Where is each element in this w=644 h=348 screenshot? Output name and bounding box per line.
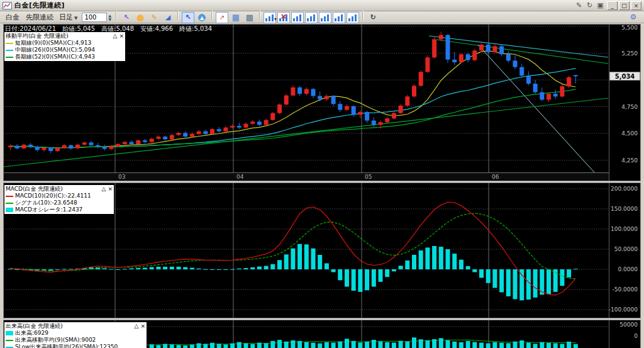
legend-row: MACD(10)(20)(C):-22.4111	[6, 193, 113, 199]
legend-swatch	[6, 57, 13, 58]
legend-row: 長期線(52)(0)(SMA)(C):4,943	[6, 53, 124, 60]
volume-tick-label: 50000	[619, 322, 638, 328]
duplicate-window-icon[interactable]: ▣	[596, 1, 605, 9]
legend-label: MACDオシレータ:1.2437	[15, 206, 82, 213]
timeframe-dropdown[interactable]: 日足▼	[59, 13, 77, 21]
draw-pencil-icon[interactable]	[148, 12, 160, 23]
legend-swatch	[6, 50, 13, 51]
screen: { "window": { "title": "白金[先限連続]", "cont…	[0, 0, 644, 348]
sma-line-26	[11, 69, 576, 148]
legend-row: 出来高移動平均(9)(SMA):9002	[6, 337, 145, 344]
trend-line[interactable]	[4, 98, 608, 167]
legend-close-icon[interactable]: ×	[140, 323, 145, 329]
window-title: 白金[先限連続]	[14, 1, 65, 10]
trend-line[interactable]	[429, 36, 608, 57]
symbol-label: 白金	[6, 13, 19, 21]
toolbar-separator	[259, 11, 260, 20]
sma-line-52	[11, 89, 576, 148]
legend-label: SLow出来高移動平均(26)(SMA):12350	[15, 344, 118, 348]
legend-close-icon[interactable]: ×	[108, 186, 113, 192]
cursor-icon[interactable]	[120, 12, 133, 23]
trend-line[interactable]	[478, 45, 595, 172]
price-panel: 日付:2024/06/21始値:5,045高値:5,048安値:4,966終値:…	[3, 24, 641, 181]
legend-label: 出来高移動平均(9)(SMA):9002	[15, 337, 96, 344]
legend-label: シグナル(10):-23.6548	[15, 199, 77, 206]
spinner-arrows[interactable]: ▲▼	[108, 14, 111, 21]
minimize-button[interactable]: _	[607, 1, 618, 10]
legend-title: 移動平均(白金 先限連続)	[6, 33, 69, 40]
bar-count-spinner: ▲▼	[82, 13, 111, 22]
time-axis[interactable]: 03040506	[4, 172, 609, 181]
legend-swatch	[6, 203, 13, 204]
volume-plot-area[interactable]: 出来高(白金 先限連続)△×出来高:6929出来高移動平均(9)(SMA):90…	[4, 320, 609, 348]
macd-plot-area[interactable]: MACD(白金 先限連続)△×MACD(10)(20)(C):-22.4111シ…	[4, 183, 609, 318]
layout-1-icon[interactable]	[291, 12, 304, 23]
macd-legend: MACD(白金 先限連続)△×MACD(10)(20)(C):-22.4111シ…	[4, 184, 114, 215]
macd-tick-label: 150.0000	[611, 206, 638, 212]
info-low: 安値:4,966	[140, 25, 173, 32]
price-plot-area[interactable]: 日付:2024/06/21始値:5,045高値:5,048安値:4,966終値:…	[4, 25, 609, 172]
layout-3-icon[interactable]	[319, 12, 331, 23]
month-label: 03	[118, 174, 125, 180]
legend-swatch	[6, 208, 13, 212]
legend-label: MACD(10)(20)(C):-22.4111	[15, 193, 91, 199]
layout-5-icon[interactable]	[347, 12, 359, 23]
toolbar-separator	[177, 11, 179, 20]
select-mode-icon[interactable]	[182, 12, 194, 23]
layout-2-icon[interactable]	[305, 12, 318, 23]
annotate-icon[interactable]: ✎	[574, 1, 584, 9]
ma-legend: 移動平均(白金 先限連続)△×短期線(9)(0)(SMA)(C):4,913中期…	[4, 31, 126, 62]
info-close: 終値:5,034	[179, 25, 212, 32]
maximize-button[interactable]: □	[619, 1, 630, 10]
toolbar: 白金先限連続日足▼▲▼	[0, 11, 644, 23]
legend-collapse-icon[interactable]: △	[113, 33, 118, 39]
toolbar-separator	[362, 11, 364, 20]
chart-type-menu-icon[interactable]	[264, 12, 276, 23]
grid-icon[interactable]	[230, 12, 242, 23]
pan-hand-icon[interactable]	[134, 12, 147, 23]
toolbar-right	[626, 12, 640, 23]
reload-icon[interactable]: ↻	[585, 1, 594, 9]
legend-row: 出来高:6929	[6, 330, 145, 337]
price-axis[interactable]: 5,5005,2504,7504,5004,2505,034	[609, 25, 640, 181]
toolbar-items: 白金先限連続日足▼▲▼	[3, 11, 380, 23]
volume-legend: 出来高(白金 先限連続)△×出来高:6929出来高移動平均(9)(SMA):90…	[4, 322, 147, 348]
legend-label: 長期線(52)(0)(SMA)(C):4,943	[15, 53, 95, 60]
current-price-badge: 5,034	[609, 72, 640, 81]
price-tick-label: 5,250	[621, 50, 638, 57]
legend-row: SLow出来高移動平均(26)(SMA):12350	[6, 344, 145, 348]
legend-collapse-icon[interactable]: △	[102, 186, 106, 192]
navigate-icon[interactable]	[196, 12, 208, 23]
macd-tick-label: 100.0000	[611, 226, 638, 232]
macd-axis[interactable]: 200.0000150.0000100.000050.00000.0000-50…	[609, 183, 640, 318]
macd-tick-label: 0.0000	[618, 266, 638, 272]
grid-dense-icon[interactable]	[243, 12, 256, 23]
price-tick-label: 4,250	[621, 157, 638, 164]
legend-label: 中期線(26)(0)(SMA)(C):5,094	[15, 47, 95, 53]
measure-icon[interactable]	[162, 12, 174, 23]
settings-wrench-icon[interactable]	[627, 12, 640, 23]
legend-swatch	[6, 43, 13, 44]
legend-swatch	[6, 331, 13, 335]
legend-row: 中期線(26)(0)(SMA)(C):5,094	[6, 47, 124, 53]
layout-4-icon[interactable]	[333, 12, 345, 23]
legend-title: 出来高(白金 先限連続)	[6, 323, 63, 330]
legend-buttons: △×	[133, 323, 145, 330]
legend-label: 出来高:6929	[15, 330, 48, 337]
close-button[interactable]: ×	[631, 1, 641, 10]
legend-row: MACDオシレータ:1.2437	[6, 206, 113, 213]
new-chart-icon[interactable]	[216, 12, 228, 23]
remove-indicator-icon[interactable]	[277, 12, 290, 23]
legend-close-icon[interactable]: ×	[119, 33, 124, 39]
toolbar-separator	[116, 11, 117, 20]
bar-count-input[interactable]	[82, 13, 107, 22]
volume-axis[interactable]: 500000	[609, 320, 640, 348]
app-chart-icon	[3, 2, 12, 9]
macd-tick-label: -50.0000	[613, 286, 638, 293]
toolbar-separator	[211, 11, 213, 20]
macd-panel: MACD(白金 先限連続)△×MACD(10)(20)(C):-22.4111シ…	[3, 182, 641, 318]
price-tick-label: 4,750	[621, 104, 638, 110]
refresh-icon[interactable]	[367, 12, 379, 23]
legend-collapse-icon[interactable]: △	[135, 323, 139, 329]
legend-row: 短期線(9)(0)(SMA)(C):4,913	[6, 40, 124, 47]
